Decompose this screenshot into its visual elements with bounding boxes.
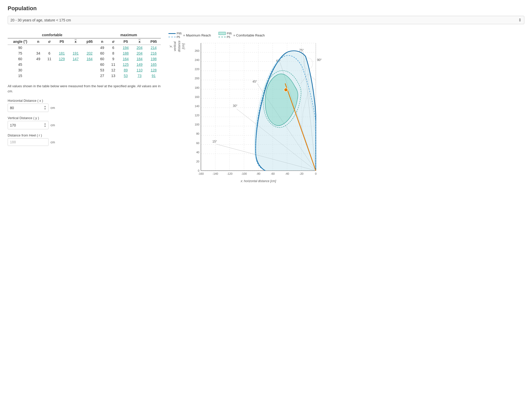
heel-unit: cm <box>51 140 55 144</box>
vertical-distance-field[interactable]: ▲ ▼ <box>8 121 49 129</box>
comfortable-header: comfortable <box>8 32 97 38</box>
legend-p95-comfort-label: P95 <box>227 32 232 35</box>
table-row: 90496194204214 <box>8 45 161 51</box>
svg-text:-40: -40 <box>285 172 289 175</box>
legend-max-reach: P95 P5 = Maximum Reach <box>168 32 211 39</box>
horizontal-distance-input[interactable] <box>10 106 44 110</box>
heel-distance-group: Distance from Heel ( r ) cm <box>8 133 161 146</box>
table-row: 152713537391 <box>8 73 161 79</box>
note-text: All values shown in the table below were… <box>8 84 161 94</box>
horizontal-distance-group: Horizontal Distance ( x ) ▲ ▼ cm <box>8 99 161 112</box>
svg-text:-100: -100 <box>241 172 247 175</box>
page-title: Population <box>8 5 524 12</box>
col-m-p95: P95 <box>147 38 161 45</box>
legend-p95-max-line <box>168 33 176 34</box>
legend-p95-comfort-area <box>219 32 226 35</box>
col-c-p5: P5 <box>55 38 69 45</box>
reach-data-table: comfortable maximum angle (°) n σ P5 x p… <box>8 32 161 79</box>
col-m-xbar: x <box>132 38 146 45</box>
col-m-sigma: σ <box>108 38 119 45</box>
input-section: Horizontal Distance ( x ) ▲ ▼ cm Vertica… <box>8 99 161 146</box>
svg-text:0: 0 <box>315 172 317 175</box>
col-c-sigma: σ <box>44 38 55 45</box>
left-panel: comfortable maximum angle (°) n σ P5 x p… <box>8 32 161 188</box>
svg-text:-160: -160 <box>198 172 204 175</box>
vertical-distance-group: Vertical Distance ( y ) ▲ ▼ cm <box>8 116 161 129</box>
table-row: 456011125149165 <box>8 62 161 67</box>
chart-wrapper: y:verticaldistance[cm] <box>168 41 524 188</box>
svg-text:-120: -120 <box>227 172 233 175</box>
col-c-p95: p95 <box>82 38 96 45</box>
reach-chart: 0 20 40 60 80 100 120 140 160 180 200 22… <box>186 41 329 188</box>
legend-p5-comfort-line <box>219 37 226 37</box>
svg-text:20: 20 <box>196 160 199 163</box>
svg-text:100: 100 <box>195 123 199 126</box>
y-axis-label-wrapper: y:verticaldistance[cm] <box>168 41 186 52</box>
svg-text:160: 160 <box>195 95 199 98</box>
svg-text:-20: -20 <box>299 172 304 175</box>
col-m-n: n <box>97 38 108 45</box>
col-m-p5: P5 <box>119 38 132 45</box>
svg-text:0: 0 <box>198 169 199 172</box>
vertical-spinner[interactable]: ▲ ▼ <box>44 123 46 128</box>
heel-distance-input[interactable] <box>10 140 46 144</box>
svg-text:30°: 30° <box>233 104 237 108</box>
svg-text:220: 220 <box>195 68 199 71</box>
legend-p5-comfort-label: P5 <box>227 35 230 39</box>
vertical-distance-input[interactable] <box>10 123 44 127</box>
population-value: 20 - 30 years of age, stature < 175 cm <box>10 18 518 22</box>
col-c-n: n <box>33 38 44 45</box>
heel-distance-field[interactable] <box>8 138 49 146</box>
svg-text:60: 60 <box>196 142 199 145</box>
svg-text:240: 240 <box>195 58 199 61</box>
svg-text:75°: 75° <box>299 48 304 52</box>
maximum-header: maximum <box>97 32 161 38</box>
legend-p5-max-label: P5 <box>177 35 180 39</box>
col-angle: angle (°) <box>8 38 33 45</box>
x-ticks: -160 -140 -120 -100 -80 -60 -40 -20 0 <box>198 172 317 175</box>
horizontal-distance-label: Horizontal Distance ( x ) <box>8 99 161 103</box>
table-row: 75346181191202608188204216 <box>8 51 161 56</box>
legend-max-reach-label: = Maximum Reach <box>183 33 211 37</box>
svg-text:90°: 90° <box>317 58 322 62</box>
horizontal-spinner[interactable]: ▲ ▼ <box>44 105 46 110</box>
table-row: 604911129147164609164184198 <box>8 56 161 62</box>
svg-text:200: 200 <box>195 77 199 80</box>
population-arrow-icon: ⇕ <box>518 18 522 22</box>
population-selector[interactable]: 20 - 30 years of age, stature < 175 cm ⇕ <box>8 16 524 24</box>
svg-text:-60: -60 <box>271 172 275 175</box>
vertical-unit: cm <box>51 123 55 127</box>
col-c-xbar: x <box>69 38 82 45</box>
horizontal-unit: cm <box>51 106 55 110</box>
svg-text:260: 260 <box>195 49 199 52</box>
legend-comfort-reach-label: = Comfortable Reach <box>233 33 265 37</box>
svg-text:40: 40 <box>196 151 199 154</box>
horizontal-distance-field[interactable]: ▲ ▼ <box>8 104 49 112</box>
chart-legend: P95 P5 = Maximum Reach P95 <box>168 32 524 39</box>
svg-text:80: 80 <box>196 132 199 135</box>
table-row: 30531289110128 <box>8 67 161 73</box>
point-marker <box>284 88 288 92</box>
y-axis-label: y:verticaldistance[cm] <box>168 41 186 52</box>
vertical-distance-label: Vertical Distance ( y ) <box>8 116 161 120</box>
svg-text:120: 120 <box>195 114 199 117</box>
svg-text:-80: -80 <box>256 172 260 175</box>
heel-distance-label: Distance from Heel ( r ) <box>8 133 161 137</box>
legend-p95-max-label: P95 <box>177 32 182 35</box>
svg-text:180: 180 <box>195 86 199 89</box>
legend-p5-max-line <box>168 37 176 37</box>
svg-text:140: 140 <box>195 105 199 108</box>
svg-text:15°: 15° <box>212 140 217 143</box>
legend-comfort-reach: P95 P5 = Comfortable Reach <box>219 32 265 39</box>
right-panel: P95 P5 = Maximum Reach P95 <box>168 32 524 188</box>
svg-text:45°: 45° <box>252 80 257 83</box>
x-axis-label: x: horizontal distance [cm] <box>240 179 276 183</box>
svg-text:-140: -140 <box>212 172 218 175</box>
y-ticks: 0 20 40 60 80 100 120 140 160 180 200 22… <box>195 49 199 172</box>
